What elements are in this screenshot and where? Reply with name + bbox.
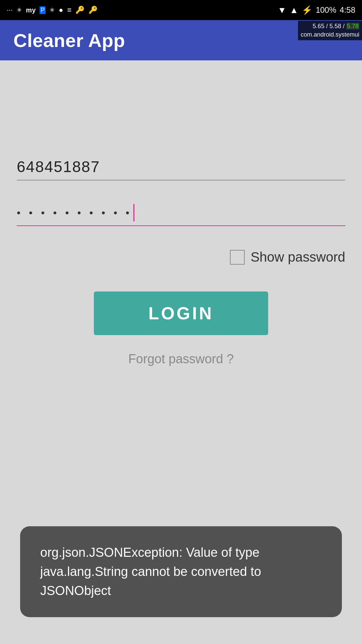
show-password-container[interactable]: Show password	[230, 250, 345, 265]
wifi-icon: ▼	[278, 5, 286, 15]
error-toast: org.json.JSONException: Value of type ja…	[20, 526, 342, 617]
app-title: Cleaner App	[13, 30, 125, 51]
username-input[interactable]	[17, 154, 345, 180]
main-content: • • • • • • • • • • Show password LOGIN …	[0, 60, 362, 380]
show-password-label: Show password	[251, 250, 345, 265]
password-cursor	[133, 204, 134, 221]
password-display-field[interactable]: • • • • • • • • • •	[17, 201, 345, 226]
show-password-row: Show password	[17, 250, 345, 265]
time-display: 4:58	[340, 5, 355, 15]
error-message: org.json.JSONException: Value of type ja…	[40, 545, 261, 598]
password-input-group: • • • • • • • • • •	[17, 201, 345, 226]
login-button[interactable]: LOGIN	[94, 291, 268, 335]
status-bar: ··· ✳ my P ✳ ● ≡ 🔑 🔑 ▼ ▲ ⚡ 100% 4:58	[0, 0, 362, 20]
paytm-icon: P	[40, 6, 46, 14]
perf-highlight: 5.78	[346, 23, 359, 30]
username-input-group	[17, 154, 345, 180]
whatsapp-icon: ●	[59, 6, 63, 14]
lock-icon-2: 🔑	[88, 6, 98, 14]
forgot-password-text[interactable]: Forgot password ?	[17, 352, 345, 366]
star-icon-2: ✳	[50, 6, 55, 14]
lock-icon-1: 🔑	[75, 6, 84, 14]
top-spacer	[17, 60, 345, 154]
password-dots: • • • • • • • • • •	[17, 207, 132, 218]
bolt-icon: ⚡	[302, 5, 312, 15]
status-bar-left: ··· ✳ my P ✳ ● ≡ 🔑 🔑	[7, 6, 98, 14]
signal-icon: ▲	[290, 5, 298, 15]
perf-line1: 5.65 / 5.58 / 5.78	[301, 22, 359, 31]
toast-container: org.json.JSONException: Value of type ja…	[20, 526, 342, 617]
perf-overlay: 5.65 / 5.58 / 5.78 com.android.systemui	[298, 21, 362, 40]
message-icon: ≡	[67, 6, 72, 14]
main-wrapper: Cleaner App • • • • • • • • • • Show pas…	[0, 20, 362, 644]
show-password-checkbox[interactable]	[230, 250, 245, 265]
my-icon: my	[26, 6, 36, 14]
status-bar-right: ▼ ▲ ⚡ 100% 4:58	[278, 5, 355, 15]
star-icon-1: ✳	[17, 6, 22, 14]
battery-level: 100%	[316, 5, 336, 15]
perf-line2: com.android.systemui	[301, 31, 359, 39]
dots-menu-icon: ···	[7, 6, 13, 14]
